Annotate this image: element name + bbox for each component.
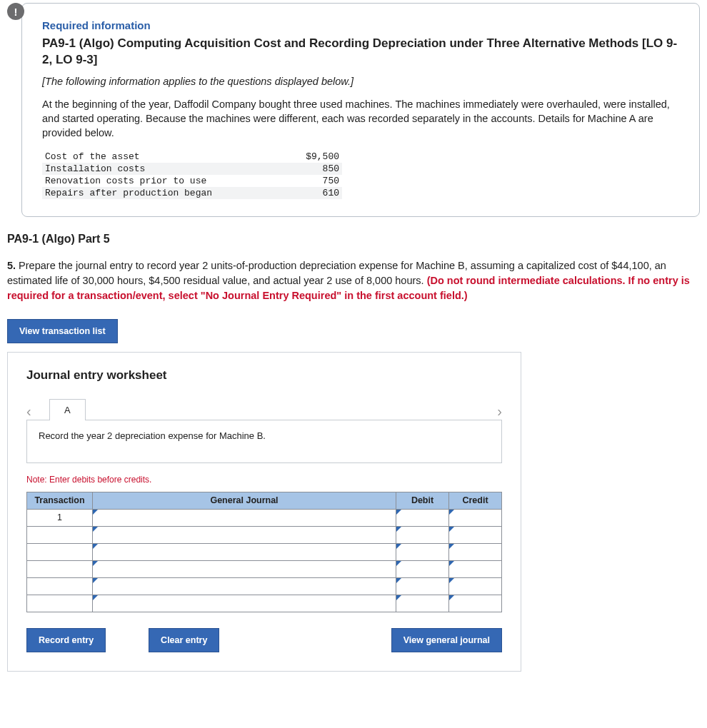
applies-note: [The following information applies to th… <box>42 76 679 87</box>
required-info-box: Required information PA9-1 (Algo) Comput… <box>21 3 700 217</box>
debit-cell[interactable] <box>396 595 449 612</box>
cost-row-label: Renovation costs prior to use <box>42 175 281 187</box>
worksheet-title: Journal entry worksheet <box>26 368 502 383</box>
col-debit: Debit <box>396 492 449 509</box>
cost-row-value: 850 <box>281 163 342 175</box>
cost-row-value: 750 <box>281 175 342 187</box>
general-journal-cell[interactable] <box>93 577 396 595</box>
worksheet-instruction: Record the year 2 depreciation expense f… <box>26 420 502 463</box>
cost-table: Cost of the asset $9,500 Installation co… <box>42 151 342 199</box>
general-journal-cell[interactable] <box>93 526 396 543</box>
credit-cell[interactable] <box>449 595 502 612</box>
debits-before-credits-note: Note: Enter debits before credits. <box>26 475 502 485</box>
credit-cell[interactable] <box>449 526 502 543</box>
general-journal-cell[interactable] <box>93 509 396 526</box>
transaction-cell <box>27 526 93 543</box>
debit-cell[interactable] <box>396 526 449 543</box>
part-title: PA9-1 (Algo) Part 5 <box>7 233 700 246</box>
credit-cell[interactable] <box>449 509 502 526</box>
general-journal-cell[interactable] <box>93 543 396 560</box>
transaction-cell: 1 <box>27 509 93 526</box>
journal-worksheet: Journal entry worksheet ‹ A › Record the… <box>7 352 521 672</box>
col-credit: Credit <box>449 492 502 509</box>
alert-icon: ! <box>7 3 24 20</box>
debit-cell[interactable] <box>396 509 449 526</box>
problem-paragraph: At the beginning of the year, Daffodil C… <box>42 97 679 141</box>
record-entry-button[interactable]: Record entry <box>26 628 106 652</box>
general-journal-cell[interactable] <box>93 595 396 612</box>
credit-cell[interactable] <box>449 577 502 595</box>
chevron-right-icon[interactable]: › <box>483 403 502 420</box>
view-general-journal-button[interactable]: View general journal <box>391 628 502 652</box>
general-journal-cell[interactable] <box>93 560 396 577</box>
question-5: 5. Prepare the journal entry to record y… <box>7 258 700 303</box>
col-general-journal: General Journal <box>93 492 396 509</box>
debit-cell[interactable] <box>396 560 449 577</box>
cost-row-label: Repairs after production began <box>42 187 281 199</box>
cost-row-label: Installation costs <box>42 163 281 175</box>
required-info-label: Required information <box>42 19 679 31</box>
clear-entry-button[interactable]: Clear entry <box>149 628 219 652</box>
cost-row-value: $9,500 <box>281 151 342 163</box>
cost-row-value: 610 <box>281 187 342 199</box>
transaction-cell <box>27 577 93 595</box>
transaction-cell <box>27 543 93 560</box>
cost-row-label: Cost of the asset <box>42 151 281 163</box>
debit-cell[interactable] <box>396 577 449 595</box>
view-transaction-list-button[interactable]: View transaction list <box>7 319 118 343</box>
q5-number: 5. <box>7 260 16 271</box>
tab-a[interactable]: A <box>49 399 86 420</box>
journal-table: Transaction General Journal Debit Credit… <box>26 492 502 612</box>
credit-cell[interactable] <box>449 543 502 560</box>
debit-cell[interactable] <box>396 543 449 560</box>
problem-title: PA9-1 (Algo) Computing Acquisition Cost … <box>42 36 679 69</box>
transaction-cell <box>27 595 93 612</box>
col-transaction: Transaction <box>27 492 93 509</box>
credit-cell[interactable] <box>449 560 502 577</box>
chevron-left-icon[interactable]: ‹ <box>26 403 45 420</box>
transaction-cell <box>27 560 93 577</box>
